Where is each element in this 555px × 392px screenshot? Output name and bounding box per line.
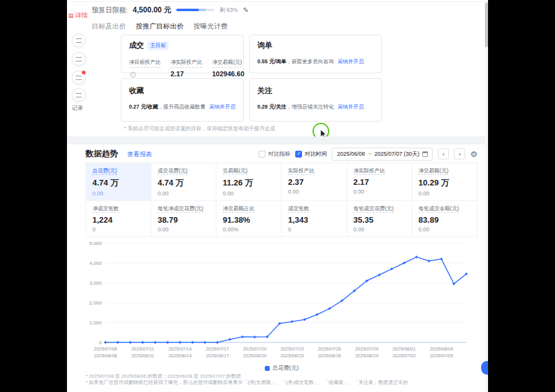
trend-chart: 01,0002,0003,0004,0005,0002025/07/082025… <box>86 237 477 364</box>
budget-progress-fill-light <box>199 9 206 11</box>
goal-card-title: 成交 <box>129 40 144 51</box>
metric-card-label: 每笔净成交花费(元) <box>158 205 210 213</box>
compare-time-checkbox[interactable]: ✓ 对比时间 <box>295 150 327 158</box>
metric-card-12[interactable]: 每笔成交金额(元)83.890.00 <box>412 201 477 237</box>
svg-text:2025/07/05: 2025/07/05 <box>430 353 453 359</box>
budget-progress-bar <box>176 9 215 11</box>
side-tool-button-2[interactable] <box>72 52 86 66</box>
metric-card-value: 91.38% <box>223 215 275 225</box>
metric-card-2[interactable]: 成交花费(元)4.74 万0.00 <box>151 163 216 201</box>
metric-card-label: 每笔成交花费(元) <box>353 205 406 213</box>
metric-label: 净实际投产比 <box>171 59 202 68</box>
adopt-enable-link[interactable]: 采纳并开启 <box>337 104 364 110</box>
svg-text:4,000: 4,000 <box>89 261 102 266</box>
prev-period-button[interactable]: ‹ <box>438 148 449 159</box>
scrollbar-track <box>485 0 488 392</box>
trend-chart-svg: 01,0002,0003,0004,0005,0002025/07/082025… <box>86 237 477 364</box>
metric-card-10[interactable]: 成交笔数1,3430 <box>282 201 347 237</box>
goal-card-inquiry[interactable]: 询单 0.55 元/询单，获取更多意向咨询采纳并开启 <box>249 35 382 73</box>
side-tool-button-4[interactable] <box>72 88 86 102</box>
metric-card-label: 成交笔数 <box>288 205 340 213</box>
metric-card-compare-value: 0.00 <box>419 190 471 197</box>
svg-text:2025/07/08: 2025/07/08 <box>94 346 117 352</box>
metric-card-value: 11.26 万 <box>223 177 275 189</box>
metric-card-value: 1,224 <box>92 215 144 225</box>
budget-label: 预算日限额: <box>92 6 128 15</box>
legend-label: 总花费(元) <box>273 364 299 372</box>
goal-desc-text: ，增强店铺关注转化 <box>286 104 334 110</box>
metric-card-label: 成交花费(元) <box>158 167 210 175</box>
metric-card-4[interactable]: 实际投产比2.370.00 <box>282 163 347 201</box>
svg-text:2,000: 2,000 <box>89 300 102 306</box>
info-icon[interactable]: i <box>130 72 136 78</box>
metric-card-9[interactable]: 净交易额占比91.38%0.00% <box>216 201 282 237</box>
compare-metric-checkbox[interactable]: 对比指标 <box>259 150 290 158</box>
goal-card-title: 询单 <box>257 40 272 51</box>
view-report-link[interactable]: 查看报表 <box>127 150 152 159</box>
metric-card-label: 总花费(元) <box>92 167 144 175</box>
metric-card-1[interactable]: 总花费(元)4.74 万0.00 <box>86 163 151 201</box>
svg-text:2025/07/17: 2025/07/17 <box>206 346 229 352</box>
chart-legend: 总花费(元) <box>86 364 477 372</box>
svg-text:5,000: 5,000 <box>89 241 102 246</box>
svg-text:2025/07/23: 2025/07/23 <box>280 346 304 352</box>
goal-card-desc: 0.55 元/询单，获取更多意向咨询采纳并开启 <box>257 58 374 66</box>
budget-edit-icon[interactable]: ✎ <box>243 6 249 14</box>
goal-note: * 系统会尽可能达成您设置的目标，保持稳定投放有助于提升达成 <box>124 125 275 133</box>
budget-amount: 4,500.00 元 <box>133 5 171 16</box>
side-tool-button-1[interactable] <box>72 33 86 47</box>
svg-text:2025/06/11: 2025/06/11 <box>131 353 154 359</box>
metric-card-label: 实际投产比 <box>288 167 340 175</box>
side-tool-button-3[interactable] <box>72 71 86 84</box>
goal-card-favorite[interactable]: 收藏 0.27 元/收藏，提升商品收藏数量采纳并开启 <box>121 78 244 122</box>
compare-time-label: 对比时间 <box>304 150 327 158</box>
svg-text:2025/07/29: 2025/07/29 <box>355 346 379 352</box>
metric-card-8[interactable]: 每笔净成交花费(元)38.790.00 <box>151 201 216 237</box>
compare-date-range-picker[interactable]: 2025/06/08 ~ 2025/07/07 (30天) <box>332 148 433 161</box>
budget-progress-fill <box>176 9 199 11</box>
legend-swatch <box>265 366 270 371</box>
goal-price: 0.55 元/询单 <box>257 58 286 65</box>
checkbox-unchecked-icon <box>259 151 265 158</box>
svg-text:3,000: 3,000 <box>89 280 102 286</box>
svg-text:2025/06/29: 2025/06/29 <box>355 353 379 359</box>
checkbox-checked-icon: ✓ <box>295 151 302 158</box>
svg-text:2025/07/02: 2025/07/02 <box>393 353 416 359</box>
goal-card-desc: 0.29 元/关注，增强店铺关注转化采纳并开启 <box>257 104 374 111</box>
metric-card-label: 每笔成交金额(元) <box>419 205 471 213</box>
goal-card-follow[interactable]: 关注 0.29 元/关注，增强店铺关注转化采纳并开启 <box>249 78 382 122</box>
metric-card-7[interactable]: 净成交笔数1,2240 <box>86 201 151 237</box>
floating-handle[interactable] <box>481 361 488 375</box>
svg-text:2025/06/20: 2025/06/20 <box>243 353 267 359</box>
trend-section-title: 数据趋势 <box>86 148 118 159</box>
goal-card-deal[interactable]: 成交 主目标 净目标投产比i 2.45✎ 净实际投产比 2.17 净交易额(元)… <box>121 35 244 73</box>
goal-card-header: 成交 主目标 <box>129 40 236 51</box>
metric-card-3[interactable]: 交易额(元)11.26 万0.00 <box>216 163 282 201</box>
metric-card-compare-value: 0.00 <box>158 226 210 233</box>
adopt-enable-link[interactable]: 采纳并开启 <box>337 58 364 65</box>
tab-bid-by-goal[interactable]: 按推广目标出价 <box>136 22 184 31</box>
metric-card-6[interactable]: 净交易额(元)10.29 万0.00 <box>412 163 477 201</box>
metric-card-compare-value: 0.00 <box>288 189 340 195</box>
tab-bid-by-exposure[interactable]: 按曝光计费 <box>193 22 228 31</box>
goal-price: 0.29 元/关注 <box>257 104 286 110</box>
metric-card-value: 35.35 <box>353 215 406 225</box>
svg-text:0: 0 <box>99 340 102 345</box>
metric-card-5[interactable]: 净实际投产比2.170.00 <box>347 163 412 201</box>
adopt-enable-link[interactable]: 采纳并开启 <box>209 104 236 110</box>
svg-text:2025/06/14: 2025/06/14 <box>169 353 192 359</box>
calendar-icon <box>422 151 428 157</box>
tool-icon <box>76 93 82 97</box>
metric-card-value: 2.37 <box>288 177 340 187</box>
gear-icon[interactable]: ⚙ <box>470 149 477 159</box>
metric-card-value: 10.29 万 <box>419 177 471 189</box>
goal-card-title: 关注 <box>257 86 272 96</box>
scrollbar-thumb[interactable] <box>485 2 488 47</box>
next-period-button[interactable]: › <box>454 148 465 159</box>
date-end: 2025/07/07 (30天) <box>375 150 420 158</box>
budget-row: 预算日限额: 4,500.00 元 剩 63% ✎ <box>92 4 249 16</box>
top-divider <box>67 1 488 2</box>
svg-text:2025/06/17: 2025/06/17 <box>206 353 229 359</box>
svg-text:1,000: 1,000 <box>89 320 102 326</box>
metric-card-11[interactable]: 每笔成交花费(元)35.350.00 <box>347 201 412 237</box>
